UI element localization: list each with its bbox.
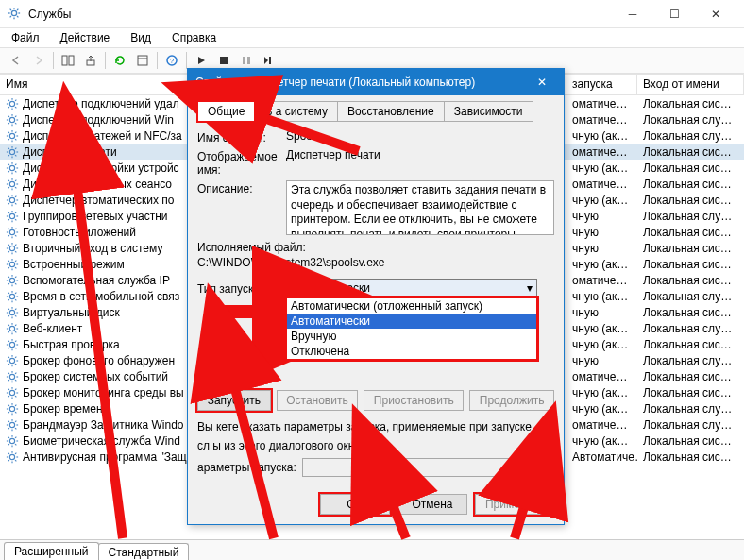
- svg-line-125: [15, 283, 16, 284]
- back-button[interactable]: [6, 50, 26, 71]
- svg-point-164: [9, 358, 14, 363]
- bottom-tabs: Расширенный Стандартный: [0, 539, 744, 560]
- forward-button[interactable]: [28, 50, 49, 71]
- dropdown-option[interactable]: Вручную: [287, 329, 536, 344]
- menu-view[interactable]: Вид: [127, 29, 155, 46]
- svg-line-170: [15, 364, 16, 365]
- svg-point-56: [9, 165, 14, 170]
- properties-button[interactable]: [132, 50, 153, 71]
- service-startup: оматиче…: [566, 97, 637, 110]
- service-startup: чную: [566, 226, 637, 239]
- svg-point-47: [9, 149, 14, 154]
- service-name: Диспетчер подключений удал: [23, 97, 179, 110]
- label-state: Состояние:: [197, 369, 286, 384]
- label-startup-type: Тип запуска:: [197, 280, 286, 296]
- svg-line-90: [8, 219, 9, 220]
- menu-help[interactable]: Справка: [168, 29, 220, 46]
- service-logon: Локальная слу…: [637, 402, 744, 416]
- svg-line-196: [8, 404, 9, 405]
- dialog-tabs: Общие В а систему Восстановление Зависим…: [197, 101, 554, 122]
- service-startup: чную (ак…: [566, 338, 637, 351]
- svg-line-54: [8, 155, 9, 156]
- service-logon: Локальная сис…: [637, 274, 744, 287]
- dropdown-option[interactable]: Автоматически (отложенный запуск): [287, 298, 536, 314]
- svg-point-92: [9, 229, 14, 234]
- start-button[interactable]: Запустить: [197, 390, 271, 411]
- svg-line-181: [15, 372, 16, 373]
- tab-general[interactable]: Общие: [197, 101, 255, 122]
- service-logon: Локальная сис…: [637, 434, 744, 448]
- refresh-button[interactable]: [110, 50, 130, 71]
- menu-action[interactable]: Действие: [57, 29, 114, 46]
- svg-line-89: [15, 219, 16, 220]
- help-button[interactable]: ?: [161, 50, 182, 71]
- gear-icon: [6, 178, 19, 191]
- service-name: Брандмауэр Защитника Windo: [23, 418, 184, 432]
- minimize-button[interactable]: ─: [612, 0, 653, 28]
- svg-line-190: [15, 388, 16, 389]
- label-service-name: Имя службы:: [197, 129, 286, 144]
- svg-line-61: [8, 163, 9, 164]
- value-description[interactable]: Эта служба позволяет ставить задания печ…: [286, 180, 554, 235]
- dropdown-option[interactable]: Автоматически: [287, 314, 536, 329]
- svg-rect-16: [220, 57, 228, 64]
- svg-line-71: [15, 187, 16, 188]
- service-logon: Локальная слу…: [637, 418, 744, 432]
- gear-icon: [6, 418, 19, 432]
- svg-point-173: [9, 374, 14, 379]
- gear-icon: [6, 145, 19, 159]
- svg-point-38: [9, 133, 14, 138]
- service-name: Биометрическая служба Wind: [23, 434, 180, 448]
- gear-icon: [6, 354, 19, 367]
- svg-line-72: [8, 187, 9, 188]
- gear-icon: [6, 450, 19, 464]
- service-startup: чную (ак…: [566, 402, 637, 416]
- show-hide-button[interactable]: [58, 50, 78, 71]
- svg-line-91: [15, 212, 16, 212]
- apply-button[interactable]: Применить: [475, 494, 554, 515]
- svg-line-207: [8, 428, 9, 429]
- svg-line-134: [15, 299, 16, 300]
- ok-button[interactable]: OK: [320, 494, 390, 515]
- cancel-button[interactable]: Отмена: [397, 494, 467, 515]
- tab-dependencies[interactable]: Зависимости: [444, 101, 533, 122]
- dialog-title: Свойства: Диспетчер печати (Локальный ко…: [195, 76, 475, 89]
- svg-line-100: [15, 228, 16, 229]
- svg-line-88: [8, 212, 9, 212]
- svg-line-172: [15, 356, 16, 357]
- svg-line-36: [8, 123, 9, 124]
- svg-line-197: [15, 412, 16, 413]
- service-name: Вспомогательная служба IP: [23, 274, 170, 287]
- svg-line-99: [8, 235, 9, 236]
- svg-line-153: [8, 331, 9, 332]
- menu-file[interactable]: Файл: [8, 29, 43, 46]
- dialog-titlebar[interactable]: Свойства: Диспетчер печати (Локальный ко…: [188, 69, 564, 95]
- svg-line-55: [15, 147, 16, 148]
- svg-line-144: [8, 315, 9, 316]
- service-name: Встроенный режим: [23, 258, 125, 271]
- dialog-close-button[interactable]: ✕: [528, 73, 556, 92]
- dropdown-option[interactable]: Отключена: [287, 344, 536, 359]
- service-startup: оматиче…: [566, 113, 637, 127]
- tab-extended[interactable]: Расширенный: [4, 542, 99, 560]
- col-startup[interactable]: запуска: [566, 75, 637, 94]
- service-startup: оматиче…: [566, 274, 637, 287]
- export-button[interactable]: [80, 50, 101, 71]
- svg-line-223: [8, 452, 9, 453]
- svg-line-43: [8, 131, 9, 132]
- label-display-name: Отображаемое имя:: [197, 148, 286, 177]
- close-button[interactable]: ✕: [695, 0, 736, 28]
- service-logon: Локальная сис…: [637, 97, 744, 110]
- tab-recovery[interactable]: Восстановление: [337, 101, 445, 122]
- tab-logon[interactable]: В а систему: [254, 101, 337, 122]
- gear-icon: [6, 258, 19, 271]
- svg-line-63: [8, 171, 9, 172]
- service-logon: Локальная сис…: [637, 258, 744, 271]
- startup-type-select[interactable]: Автоматически ▾: [286, 279, 537, 297]
- tab-standard[interactable]: Стандартный: [98, 543, 190, 560]
- maximize-button[interactable]: ☐: [653, 0, 695, 28]
- service-logon: Локальная слу…: [637, 129, 744, 143]
- col-logon[interactable]: Вход от имени: [637, 75, 744, 94]
- svg-point-155: [9, 342, 14, 347]
- service-name: Диспетчер настройки устройс: [23, 161, 179, 175]
